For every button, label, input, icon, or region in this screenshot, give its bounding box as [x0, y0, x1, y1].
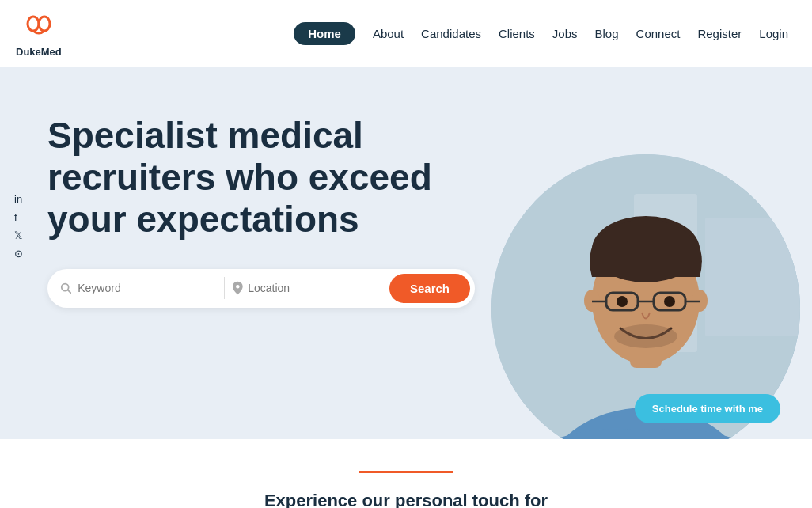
svg-point-19	[617, 296, 628, 307]
nav-blog[interactable]: Blog	[595, 27, 619, 40]
main-nav: Home About Candidates Clients Jobs Blog …	[294, 22, 788, 45]
hero-content: Specialist medical recruiters who exceed…	[47, 99, 491, 308]
svg-line-4	[68, 290, 71, 294]
nav-candidates[interactable]: Candidates	[421, 27, 481, 40]
location-input[interactable]	[248, 282, 389, 294]
twitter-icon[interactable]: 𝕏	[14, 230, 23, 241]
keyword-input[interactable]	[78, 282, 216, 294]
hero-section: in f 𝕏 ⊙ Specialist medical recruiters w…	[0, 67, 812, 439]
logo-icon	[21, 9, 56, 44]
bottom-tagline: Experience our personal touch for recrui…	[16, 489, 796, 508]
instagram-icon[interactable]: ⊙	[14, 248, 23, 259]
hero-image-area: Schedule time with me	[480, 67, 812, 439]
nav-home[interactable]: Home	[294, 22, 355, 45]
search-location-area	[233, 281, 389, 295]
search-button[interactable]: Search	[389, 274, 470, 303]
svg-point-20	[664, 296, 675, 307]
logo[interactable]: DukeMed	[16, 9, 62, 58]
search-bar: Search	[47, 269, 475, 308]
nav-jobs[interactable]: Jobs	[552, 27, 578, 40]
social-sidebar: in f 𝕏 ⊙	[14, 194, 23, 259]
bottom-section: Experience our personal touch for recrui…	[0, 439, 812, 508]
nav-connect[interactable]: Connect	[636, 27, 681, 40]
schedule-button[interactable]: Schedule time with me	[635, 394, 780, 423]
hero-title: Specialist medical recruiters who exceed…	[47, 115, 491, 241]
location-pin-icon	[233, 281, 243, 295]
nav-clients[interactable]: Clients	[499, 27, 535, 40]
bottom-divider	[359, 471, 453, 473]
facebook-icon[interactable]: f	[14, 212, 23, 222]
svg-point-21	[614, 324, 677, 348]
search-divider	[224, 277, 225, 299]
search-icon	[60, 282, 71, 294]
tagline-line1: Experience our personal touch for	[264, 491, 548, 508]
nav-register[interactable]: Register	[697, 27, 742, 40]
nav-about[interactable]: About	[373, 27, 404, 40]
nav-login[interactable]: Login	[759, 27, 788, 40]
linkedin-icon[interactable]: in	[14, 194, 23, 204]
site-header: DukeMed Home About Candidates Clients Jo…	[0, 0, 812, 67]
search-keyword-area	[60, 282, 216, 294]
svg-rect-7	[705, 218, 800, 336]
logo-text: DukeMed	[16, 46, 62, 58]
